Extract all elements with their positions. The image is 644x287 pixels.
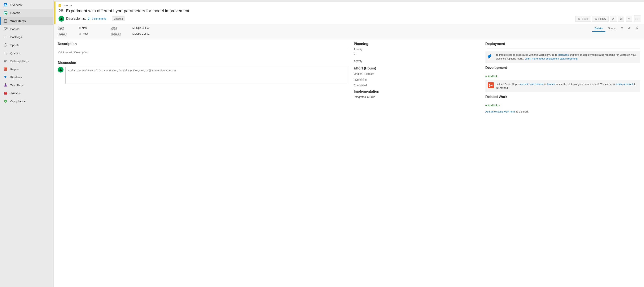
sidebar-item-queries[interactable]: Queries	[0, 49, 53, 57]
chevron-down-icon: ▾	[499, 104, 500, 106]
backlogs-icon	[4, 35, 8, 39]
sidebar-item-boards-sub[interactable]: Boards	[0, 25, 53, 33]
svg-rect-3	[6, 5, 7, 6]
comments-link[interactable]: 0 comments	[88, 17, 106, 20]
tab-scans[interactable]: Scans	[605, 25, 618, 32]
completed-field[interactable]: Completed	[354, 84, 480, 87]
title-row: 28 Experiment with different hyperparame…	[58, 8, 641, 14]
avatar[interactable]	[58, 16, 64, 22]
priority-field[interactable]: Priority 2	[354, 48, 480, 56]
assignee-name[interactable]: Data scientist	[66, 17, 86, 21]
completed-label: Completed	[354, 84, 480, 87]
sidebar-item-sprints[interactable]: Sprints	[0, 41, 53, 49]
commit-link[interactable]: commit	[520, 83, 529, 86]
save-button[interactable]: Save	[575, 16, 590, 22]
svg-rect-28	[5, 84, 6, 84]
releases-link[interactable]: Releases	[558, 54, 569, 56]
sidebar-item-artifacts[interactable]: Artifacts	[0, 89, 53, 97]
sidebar-item-overview[interactable]: Overview	[0, 1, 53, 9]
pr-link[interactable]: pull request	[530, 83, 544, 86]
original-estimate-field[interactable]: Original Estimate	[354, 72, 480, 76]
deployment-title: Deployment	[486, 42, 640, 46]
meta-row: Data scientist 0 comments Add tag Save F…	[58, 15, 641, 22]
related-work-title: Related Work	[486, 95, 640, 99]
body-columns: Description Click to add Description Dis…	[54, 38, 644, 287]
area-label: Area	[111, 26, 126, 30]
sidebar-item-boards-group[interactable]: Boards	[0, 9, 53, 17]
iteration-value[interactable]: MLOps CLI v2	[132, 32, 174, 35]
remaining-field[interactable]: Remaining	[354, 78, 480, 81]
sidebar-item-test-plans[interactable]: Test Plans	[0, 81, 53, 89]
lock-icon	[79, 32, 81, 35]
svg-point-33	[596, 18, 596, 19]
queries-icon	[4, 51, 8, 55]
repos-icon	[4, 67, 8, 71]
links-icon[interactable]	[626, 25, 633, 32]
state-label: State	[58, 26, 73, 30]
sidebar-item-backlogs[interactable]: Backlogs	[0, 33, 53, 41]
sidebar-label: Queries	[10, 52, 20, 55]
remaining-label: Remaining	[354, 78, 480, 81]
sidebar-label: Pipelines	[10, 76, 22, 79]
add-existing-link[interactable]: Add an existing work item	[486, 110, 515, 113]
col-right: Deployment To track releases associated …	[486, 42, 640, 283]
history-icon[interactable]	[618, 25, 626, 32]
tab-details[interactable]: Details	[592, 25, 605, 32]
follow-button[interactable]: Follow	[592, 16, 608, 22]
add-tag-button[interactable]: Add tag	[112, 16, 125, 21]
integrated-build-field[interactable]: Integrated in Build	[354, 96, 480, 98]
svg-rect-6	[5, 12, 6, 13]
description-input[interactable]: Click to add Description	[58, 48, 348, 57]
effort-title: Effort (Hours)	[354, 66, 480, 70]
priority-label: Priority	[354, 48, 480, 51]
attachments-icon[interactable]	[633, 25, 640, 32]
add-link-related[interactable]: +Add link▾	[486, 104, 500, 107]
planning-title: Planning	[354, 42, 480, 46]
work-items-icon	[4, 19, 8, 23]
col-planning: Planning Priority 2 Activity Effort (Hou…	[354, 42, 480, 283]
sidebar-item-repos[interactable]: Repos	[0, 65, 53, 73]
comment-input[interactable]: Add a comment. Use # to link a work item…	[66, 67, 348, 84]
compliance-icon	[4, 99, 8, 103]
work-item-title[interactable]: Experiment with different hyperparameter…	[66, 8, 189, 14]
svg-point-34	[613, 18, 614, 19]
sidebar-label: Boards	[10, 11, 20, 14]
sidebar-item-delivery-plans[interactable]: Delivery Plans	[0, 57, 53, 65]
settings-button[interactable]	[610, 16, 616, 22]
sidebar-item-pipelines[interactable]: Pipelines	[0, 73, 53, 81]
learn-more-link[interactable]: Learn more about deployment status repor…	[525, 57, 578, 60]
avatar	[58, 67, 64, 72]
repo-icon	[488, 82, 494, 90]
state-value[interactable]: New	[79, 26, 106, 30]
svg-rect-11	[4, 28, 5, 30]
sidebar-label: Repos	[10, 68, 18, 71]
svg-point-37	[60, 68, 61, 70]
reason-value[interactable]: New	[79, 32, 106, 35]
content: TASK 28 28 Experiment with different hyp…	[54, 2, 644, 287]
branch-link[interactable]: branch	[547, 83, 555, 86]
plus-icon: +	[486, 104, 487, 107]
sidebar-item-compliance[interactable]: Compliance	[0, 97, 53, 105]
sprints-icon	[4, 43, 8, 47]
sidebar-label: Delivery Plans	[10, 60, 29, 63]
deployment-text: To track releases associated with this w…	[496, 53, 638, 61]
sidebar-label: Backlogs	[10, 36, 22, 39]
description-title: Description	[58, 42, 348, 46]
area-value[interactable]: MLOps CLI v2	[132, 26, 174, 30]
overview-icon	[4, 3, 8, 7]
activity-field[interactable]: Activity	[354, 60, 480, 62]
priority-value: 2	[354, 52, 480, 56]
refresh-button[interactable]	[618, 16, 624, 22]
sidebar-item-work-items[interactable]: Work items	[0, 17, 53, 25]
boards-sub-icon	[4, 27, 8, 31]
create-branch-link[interactable]: create a branch	[616, 83, 634, 86]
more-actions-button[interactable]: ⋯	[634, 15, 641, 22]
add-link-dev[interactable]: +Add link	[486, 74, 498, 78]
svg-line-21	[7, 54, 7, 54]
sidebar-label: Work items	[10, 19, 26, 22]
col-description: Description Click to add Description Dis…	[58, 42, 348, 283]
separator	[486, 101, 640, 101]
svg-point-42	[491, 85, 492, 86]
discussion-title: Discussion	[58, 61, 348, 65]
undo-button[interactable]	[626, 16, 632, 22]
